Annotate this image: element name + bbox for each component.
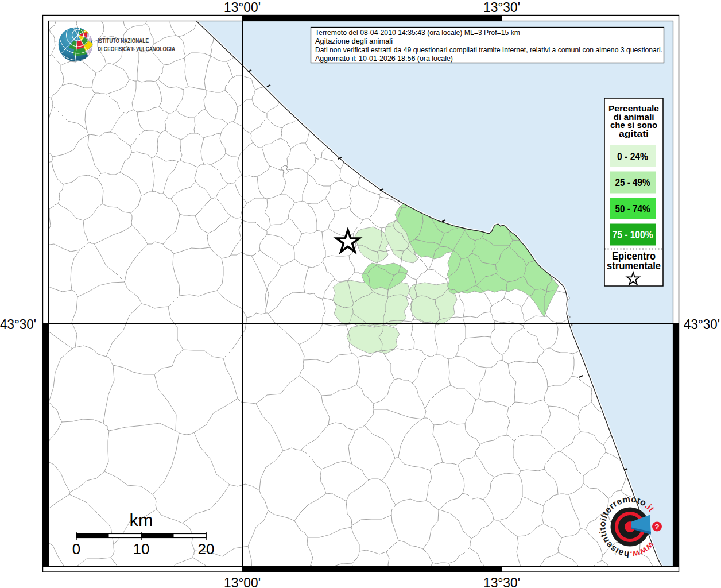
svg-text:Terremoto del 08-04-2010 14:35: Terremoto del 08-04-2010 14:35:43 (ora l…: [315, 28, 520, 37]
svg-text:43°30': 43°30': [0, 316, 36, 332]
svg-text:43°30': 43°30': [684, 316, 720, 332]
svg-text:75 - 100%: 75 - 100%: [613, 229, 653, 241]
svg-text:50 - 74%: 50 - 74%: [615, 203, 650, 215]
svg-text:ISTITUTO NAZIONALE: ISTITUTO NAZIONALE: [98, 37, 149, 44]
svg-text:Percentuale: Percentuale: [608, 104, 659, 113]
svg-text:DI GEOFISICA E VULCANOLOGIA: DI GEOFISICA E VULCANOLOGIA: [98, 45, 175, 52]
svg-text:13°00': 13°00': [224, 575, 261, 588]
svg-text:Aggiornato il: 10-01-2026 18:5: Aggiornato il: 10-01-2026 18:56 (ora loc…: [315, 54, 453, 63]
svg-text:13°30': 13°30': [483, 0, 520, 15]
svg-text:25 - 49%: 25 - 49%: [615, 176, 650, 188]
svg-text:Dati non verificati estratti d: Dati non verificati estratti da 49 quest…: [315, 45, 662, 54]
svg-text:20: 20: [198, 540, 215, 558]
svg-text:13°30': 13°30': [483, 575, 520, 588]
svg-text:0 - 24%: 0 - 24%: [617, 150, 648, 163]
svg-text:0: 0: [72, 540, 80, 558]
svg-text:strumentale: strumentale: [607, 260, 661, 272]
svg-text:km: km: [130, 510, 153, 529]
svg-text:Agitazione degli animali: Agitazione degli animali: [315, 37, 393, 45]
svg-text:?: ?: [655, 523, 660, 531]
svg-text:13°00': 13°00': [224, 0, 261, 15]
svg-text:agitati: agitati: [619, 129, 649, 138]
svg-text:10: 10: [133, 540, 150, 558]
